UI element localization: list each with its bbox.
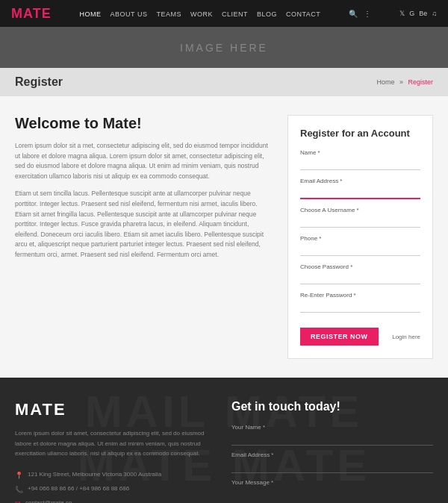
footer-address-row: 📍 121 King Street, Melbourne Victoria 30… (15, 469, 217, 481)
footer-phone-row: 📞 +94 066 88 86 66 / +84 986 68 88 686 (15, 484, 217, 496)
breadcrumb-current: Register (408, 78, 433, 86)
footer-description: Lorem ipsum dolor sit amet, consectetur … (15, 428, 217, 459)
main-section: Welcome to Mate! Lorem ipsum dolor sit a… (0, 96, 448, 378)
name-label: Name * (300, 149, 420, 156)
nav-item-work[interactable]: WORK (190, 8, 213, 19)
password-input[interactable] (300, 273, 420, 284)
contact-name-group: Your Name * (231, 424, 433, 446)
hero-placeholder: IMAGE HERE (0, 27, 448, 68)
contact-heading: Get in touch today! (231, 400, 433, 413)
register-button[interactable]: REGISTER NOW (300, 328, 379, 346)
confirm-label: Re-Enter Password * (300, 292, 420, 299)
name-field-group: Name * (300, 149, 420, 170)
login-link[interactable]: Login here (392, 328, 420, 346)
google-icon[interactable]: G (409, 10, 414, 17)
email-field-group: Email Address * (300, 178, 420, 199)
left-content: Welcome to Mate! Lorem ipsum dolor sit a… (15, 115, 273, 359)
email-icon: ✉ (15, 498, 21, 503)
footer-phone: +94 066 88 86 66 / +84 986 68 88 686 (28, 484, 129, 494)
hero-placeholder-text: IMAGE HERE (180, 42, 268, 54)
nav-social: 𝕏 G Be ♫ (399, 10, 437, 17)
contact-name-input[interactable] (231, 433, 433, 446)
breadcrumb: Home » Register (376, 78, 433, 86)
username-input[interactable] (300, 216, 420, 228)
contact-message-group: Your Message * (231, 479, 433, 503)
contact-email-label: Email Address * (231, 452, 433, 458)
phone-input[interactable] (300, 245, 420, 256)
welcome-heading: Welcome to Mate! (15, 115, 273, 132)
contact-name-label: Your Name * (231, 424, 433, 431)
nav-logo[interactable]: MATE (11, 6, 52, 22)
nav-item-blog[interactable]: BLOG (257, 8, 277, 19)
welcome-para2: Etiam ut sem tincilla lacus. Pellentesqu… (15, 189, 273, 260)
contact-email-group: Email Address * (231, 452, 433, 473)
footer-email-row: ✉ contact@mate.co (15, 498, 217, 503)
nav-icons: 🔍 ⋮ (349, 10, 371, 18)
footer-logo: MATE (15, 400, 217, 419)
footer-left: MATE Lorem ipsum dolor sit amet, consect… (15, 400, 217, 503)
contact-message-label: Your Message * (231, 479, 433, 486)
form-title: Register for an Account (300, 128, 420, 139)
phone-field-group: Phone * (300, 235, 420, 256)
footer-right: Get in touch today! Your Name * Email Ad… (231, 400, 433, 503)
nav-links: HOME ABOUT US TEAMS WORK CLIENT BLOG CON… (80, 8, 321, 19)
username-label: Choose A Username * (300, 207, 420, 213)
footer-grid: MATE Lorem ipsum dolor sit amet, consect… (15, 400, 433, 503)
phone-icon: 📞 (15, 484, 23, 496)
form-bottom: REGISTER NOW Login here (300, 320, 420, 346)
page-title: Register (15, 75, 63, 89)
password-field-group: Choose Password * (300, 263, 420, 284)
breadcrumb-separator: » (399, 78, 403, 86)
location-icon: 📍 (15, 469, 23, 481)
music-icon[interactable]: ♫ (432, 10, 437, 17)
navbar: MATE HOME ABOUT US TEAMS WORK CLIENT BLO… (0, 0, 448, 27)
behance-icon[interactable]: Be (419, 10, 427, 17)
breadcrumb-home[interactable]: Home (376, 78, 394, 86)
nav-item-about[interactable]: ABOUT US (111, 8, 148, 19)
password-label: Choose Password * (300, 263, 420, 270)
phone-label: Phone * (300, 235, 420, 242)
email-input[interactable] (300, 187, 420, 199)
email-label: Email Address * (300, 178, 420, 184)
search-icon[interactable]: 🔍 (349, 10, 358, 18)
contact-message-input[interactable] (231, 488, 433, 503)
twitter-icon[interactable]: 𝕏 (399, 10, 405, 17)
footer-email: contact@mate.co (25, 498, 72, 503)
nav-item-contact[interactable]: CONTACT (286, 8, 320, 19)
footer-info: 📍 121 King Street, Melbourne Victoria 30… (15, 469, 217, 503)
footer-address: 121 King Street, Melbourne Victoria 3000… (28, 469, 161, 480)
welcome-para1: Lorem ipsum dolor sit a met, consectetur… (15, 141, 273, 181)
register-form-box: Register for an Account Name * Email Add… (287, 115, 433, 359)
name-input[interactable] (300, 159, 420, 170)
page-header: Register Home » Register (0, 68, 448, 96)
confirm-field-group: Re-Enter Password * (300, 292, 420, 313)
nav-item-teams[interactable]: TEAMS (156, 8, 181, 19)
nav-item-home[interactable]: HOME (80, 8, 102, 19)
nav-item-client[interactable]: CLIENT (222, 8, 248, 19)
footer-main: MAIL MATEMATE MATEMATE MAIL MATE Lorem i… (0, 378, 448, 503)
more-icon[interactable]: ⋮ (364, 10, 371, 18)
username-field-group: Choose A Username * (300, 207, 420, 228)
confirm-input[interactable] (300, 302, 420, 313)
contact-email-input[interactable] (231, 460, 433, 473)
